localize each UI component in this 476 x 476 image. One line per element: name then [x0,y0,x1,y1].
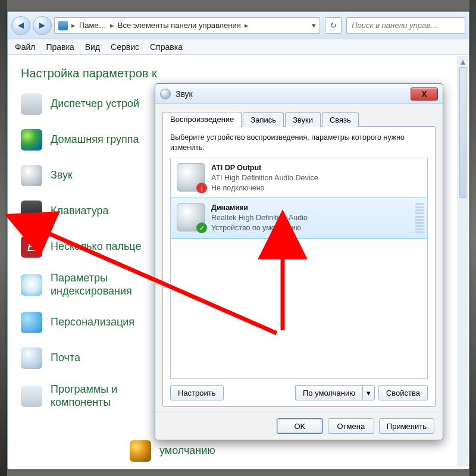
refresh-button[interactable]: ↻ [325,17,342,34]
mail-icon [21,347,42,369]
menu-tools[interactable]: Сервис [111,42,139,52]
cp-label-line2: компоненты [51,396,111,408]
cp-link[interactable]: Программы и компоненты [51,383,117,409]
cp-link[interactable]: умолчанию [159,444,215,458]
cp-link[interactable]: Почта [51,352,80,365]
device-name: Динамики [211,203,308,213]
device-row-selected[interactable]: ✓ Динамики Realtek High Definition Audio… [170,198,428,239]
arrow-down-icon: ↓ [196,183,207,193]
sound-dialog: Звук X Воспроизведение Запись Звуки Связ… [155,83,443,440]
device-sub: Realtek High Definition Audio [211,213,308,223]
volume-meter [415,203,424,233]
menu-file[interactable]: Файл [15,42,35,52]
control-panel-icon [58,21,68,30]
device-state: Устройство по умолчанию [211,223,308,233]
cp-link[interactable]: Несколько пальце [51,240,141,253]
cp-link[interactable]: Звук [51,169,73,182]
dropdown-icon[interactable]: ▾ [312,21,316,30]
device-row[interactable]: ↓ ATI DP Output ATI High Definition Audi… [171,158,427,199]
arrow-left-icon: ◄ [16,20,26,32]
speaker-icon [160,89,171,99]
homegroup-icon [21,129,42,151]
set-default-button[interactable]: По умолчанию [295,385,362,400]
dialog-title: Звук [176,89,193,99]
speaker-icon: ✓ [177,203,205,231]
address-bar[interactable]: ▸ Паме… ▸ Все элементы панели управления… [54,17,320,34]
speaker-icon [21,165,42,186]
programs-icon [21,386,42,407]
tabstrip: Воспроизведение Запись Звуки Связь [162,110,436,127]
chevron-right-icon: ▸ [110,21,114,30]
personalization-icon [21,312,42,333]
nav-forward-button[interactable]: ► [33,16,52,35]
playback-device-list[interactable]: ↓ ATI DP Output ATI High Definition Audi… [170,158,428,379]
cp-label-line2: индексирования [51,285,132,297]
device-name: ATI DP Output [211,163,318,173]
scroll-thumb[interactable] [459,67,466,198]
search-input[interactable] [350,20,461,30]
ok-button[interactable]: OK [277,418,323,434]
properties-button[interactable]: Свойства [378,385,428,400]
dialog-titlebar[interactable]: Звук X [155,84,443,104]
pane-buttons: Настроить По умолчанию ▾ Свойства [170,385,428,400]
chevron-right-icon: ▸ [245,21,249,30]
configure-button[interactable]: Настроить [170,385,224,400]
scroll-up-button[interactable]: ▴ [458,56,468,66]
breadcrumb-seg1[interactable]: Паме… [79,21,107,30]
dialog-footer: OK Отмена Применить [155,412,443,440]
monitor-icon: ↓ [177,163,205,192]
set-default-split-button[interactable]: По умолчанию ▾ [295,385,375,400]
close-button[interactable]: X [411,87,438,101]
menu-help[interactable]: Справка [150,42,183,52]
cp-label-line1: Программы и [51,383,117,395]
page-title: Настройка параметров к [21,67,456,80]
menu-bar: Файл Правка Вид Сервис Справка [8,39,469,55]
cp-link[interactable]: Клавиатура [51,205,109,218]
set-default-dropdown[interactable]: ▾ [362,385,375,400]
desktop-background-left [0,0,7,476]
check-icon: ✓ [196,223,207,233]
device-manager-icon [21,93,42,115]
scrollbar[interactable]: ▴ [458,56,468,466]
breadcrumb-seg2[interactable]: Все элементы панели управления [118,21,241,30]
tab-pane-playback: Выберите устройство воспроизведения, пар… [162,126,436,407]
tab-playback[interactable]: Воспроизведение [162,112,242,127]
chevron-right-icon: ▸ [71,21,76,30]
instruction-text: Выберите устройство воспроизведения, пар… [170,133,428,153]
device-text: Динамики Realtek High Definition Audio У… [211,203,308,233]
close-icon: X [421,89,427,99]
cp-link[interactable]: Диспетчер устрой [51,98,139,111]
cp-label-line1: Параметры [51,272,108,284]
refresh-icon: ↻ [330,21,337,30]
indexing-icon [21,274,42,296]
cp-link[interactable]: Домашняя группа [51,133,139,146]
explorer-header: ◄ ► ▸ Паме… ▸ Все элементы панели управл… [8,12,469,39]
keyboard-icon [21,201,42,222]
menu-edit[interactable]: Правка [46,42,74,52]
device-text: ATI DP Output ATI High Definition Audio … [211,163,318,193]
chevron-down-icon: ▾ [367,389,371,397]
device-sub: ATI High Definition Audio Device [211,173,318,183]
cancel-button[interactable]: Отмена [328,418,374,434]
tab-recording[interactable]: Запись [243,112,284,127]
tab-sounds[interactable]: Звуки [285,112,321,127]
default-programs-icon [130,440,151,462]
nav-back-button[interactable]: ◄ [11,16,30,35]
desktop-background-right [469,0,476,476]
apply-button[interactable]: Применить [379,418,434,434]
cp-link[interactable]: Персонализация [51,316,134,329]
cp-item-default-programs[interactable]: умолчанию [130,440,215,462]
device-state: Не подключено [211,183,318,193]
tab-communications[interactable]: Связь [322,112,359,127]
arrow-right-icon: ► [37,20,48,32]
search-box[interactable] [346,17,465,34]
dialog-body: Воспроизведение Запись Звуки Связь Выбер… [155,104,443,412]
menu-view[interactable]: Вид [85,42,100,52]
cp-link[interactable]: Параметры индексирования [51,272,132,298]
multitouch-icon: E [21,236,42,258]
